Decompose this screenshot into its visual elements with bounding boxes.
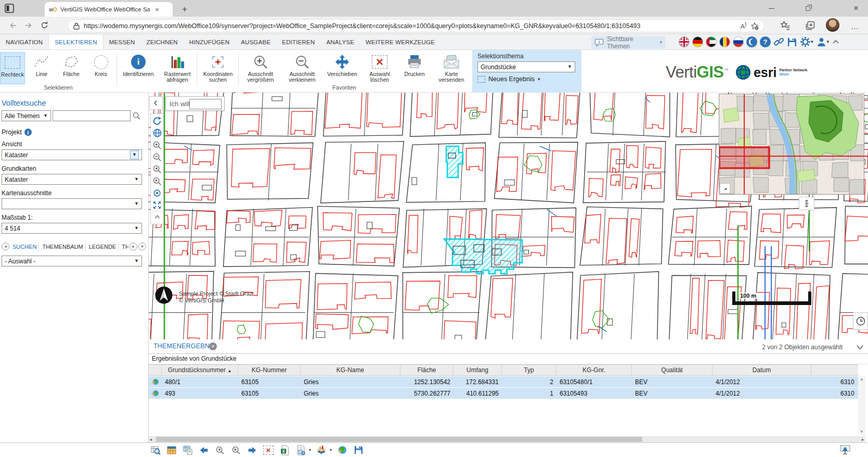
tab-legende[interactable]: LEGENDE [87, 242, 119, 251]
user-button[interactable]: ▾ [816, 36, 830, 47]
pan-tool-icon[interactable] [799, 197, 814, 210]
zoom-in-icon[interactable] [151, 139, 163, 151]
table-row[interactable]: 493 63105 Gries 5730.262777 410.611295 1… [148, 388, 858, 399]
col-kg-nummer[interactable]: KG-Nummer [238, 365, 301, 375]
language-flag-gb-icon[interactable] [679, 36, 690, 47]
crescent-icon[interactable] [746, 36, 757, 47]
back-button[interactable] [5, 19, 21, 32]
save-result-button[interactable] [353, 445, 364, 456]
table-view-button[interactable] [166, 445, 177, 456]
language-flag-ru-icon[interactable] [733, 36, 744, 47]
result-marker-icon[interactable] [148, 378, 162, 386]
diagram-button[interactable] [316, 445, 327, 456]
tabs-scroll-left-icon[interactable]: ◂ [2, 243, 9, 250]
report-button[interactable] [295, 445, 306, 456]
history-clock-icon[interactable] [853, 312, 868, 330]
tab-close-icon[interactable]: × [153, 6, 161, 14]
menu-item-ausgabe[interactable]: AUSGABE [235, 34, 276, 49]
next-extent-icon[interactable] [151, 175, 163, 187]
globe-icon[interactable] [151, 127, 163, 139]
tool-auswahl-loeschen[interactable]: ×Auswahl löschen [362, 52, 397, 84]
tool-drucken[interactable]: Drucken [398, 52, 431, 84]
tab-themenbaum[interactable]: THEMENBAUM [40, 242, 85, 251]
workspaces-icon[interactable] [4, 3, 15, 14]
table-vertical-scrollbar[interactable]: ▲▼ [858, 376, 865, 435]
maximize-button[interactable] [796, 0, 820, 17]
report-menu-caret[interactable]: ▾ [309, 448, 311, 452]
link-icon[interactable] [773, 36, 784, 47]
tool-rechteck[interactable]: Rechteck [0, 52, 25, 84]
sidebar-collapse-button[interactable] [149, 96, 163, 110]
tool-koordinaten-suchen[interactable]: Koordinaten suchen [199, 52, 237, 84]
ansicht-select[interactable]: Kataster▼ [2, 149, 142, 160]
menu-item-selektieren[interactable]: SELEKTIEREN [48, 34, 103, 49]
overview-extent-rectangle[interactable] [719, 147, 769, 168]
tabs-more-icon[interactable]: ▾ [138, 243, 146, 250]
tool-identifizieren[interactable]: iIdentifizieren [119, 52, 158, 84]
address-bar[interactable]: https://wodemo.mysynergis.com/WebOffice1… [68, 19, 765, 32]
previous-extent-icon[interactable] [151, 163, 163, 175]
language-flag-ro-icon[interactable] [719, 36, 730, 47]
col-typ[interactable]: Typ [502, 365, 556, 375]
massstab-combo[interactable]: 4 514▼ [2, 223, 142, 234]
new-tab-button[interactable]: + [179, 4, 190, 15]
selected-parcel-small[interactable] [446, 146, 463, 177]
next-object-button[interactable] [247, 445, 258, 456]
copy-table-button[interactable] [182, 445, 193, 456]
settings-button[interactable]: ▾ [800, 36, 813, 47]
export-globe-button[interactable] [336, 445, 348, 456]
browser-tab[interactable]: wO VertiGIS WebOffice WebOffice Sa × [45, 2, 173, 17]
collections-icon[interactable] [805, 20, 815, 31]
result-marker-icon[interactable] [148, 389, 162, 397]
sichtbare-themen-button[interactable]: i Sichtbare Themen ▾ [591, 36, 665, 49]
zoom-previous-button[interactable] [214, 445, 226, 456]
info-icon[interactable]: i [24, 129, 32, 136]
overview-map[interactable] [719, 94, 864, 195]
tool-verschieben[interactable]: Verschieben [323, 52, 361, 84]
themenergebnis-tab[interactable]: THEMENERGEBNIS [153, 342, 216, 350]
zoom-next-button[interactable] [230, 445, 242, 456]
col-kg-gnr[interactable]: KG-Gnr. [556, 365, 632, 375]
tool-ausschnitt-verkleinern[interactable]: Ausschnitt verkleinern [282, 52, 322, 84]
screenshot-feedback-icon[interactable] [838, 444, 852, 455]
menu-item-hinzufuegen[interactable]: HINZUFÜGEN [184, 34, 235, 49]
col-kg-name[interactable]: KG-Name [301, 365, 400, 375]
center-map-icon[interactable] [151, 187, 163, 199]
tool-flaeche[interactable]: Fläche [57, 52, 85, 84]
refresh-map-icon[interactable] [151, 115, 163, 127]
zoom-out-icon[interactable] [151, 151, 163, 163]
scrollbar-thumb[interactable] [156, 437, 642, 442]
first-object-button[interactable] [198, 445, 210, 456]
col-datum[interactable]: Datum [712, 365, 811, 375]
collapse-toolbar-icon[interactable] [832, 38, 840, 46]
overview-collapse-button[interactable] [720, 183, 730, 194]
browser-menu-icon[interactable]: … [851, 22, 859, 31]
themen-select[interactable]: Alle Themen▼ [2, 110, 51, 121]
menu-item-navigation[interactable]: NAVIGATION [0, 34, 48, 49]
menu-item-analyse[interactable]: ANALYSE [320, 34, 360, 49]
col-flaeche[interactable]: Fläche [400, 365, 454, 375]
volltext-search-input[interactable] [53, 110, 131, 121]
col-umfang[interactable]: Umfang [454, 365, 502, 375]
ich-will-input[interactable] [189, 99, 222, 109]
menu-item-zeichnen[interactable]: ZEICHNEN [140, 34, 183, 49]
search-icon[interactable] [132, 111, 141, 120]
forward-button[interactable] [21, 19, 36, 32]
profile-avatar[interactable] [826, 18, 839, 32]
tool-rasterwert-abfragen[interactable]: Rasterwert abfragen [159, 52, 196, 84]
grundkarten-select[interactable]: Kataster▼ [2, 174, 142, 185]
tab-suchen[interactable]: SUCHEN [10, 242, 39, 251]
close-results-icon[interactable]: × [209, 342, 217, 350]
excel-export-button[interactable]: X [279, 445, 290, 456]
tool-karte-versenden[interactable]: Karte versenden [432, 52, 471, 84]
collapse-panel-icon[interactable] [856, 344, 864, 350]
tool-ausschnitt-vergroessern[interactable]: Ausschnitt vergrößern [240, 52, 281, 84]
diagram-menu-caret[interactable]: ▾ [330, 448, 332, 452]
collapse-map-tools-icon[interactable] [151, 211, 163, 223]
tool-kreis[interactable]: Kreis [86, 52, 115, 84]
kartenausschnitte-select[interactable]: ▼ [2, 198, 142, 209]
minimize-button[interactable] [759, 0, 783, 17]
full-extent-icon[interactable] [151, 199, 163, 211]
help-icon[interactable]: ? [760, 36, 771, 47]
url-text[interactable]: https://wodemo.mysynergis.com/WebOffice1… [84, 22, 736, 30]
